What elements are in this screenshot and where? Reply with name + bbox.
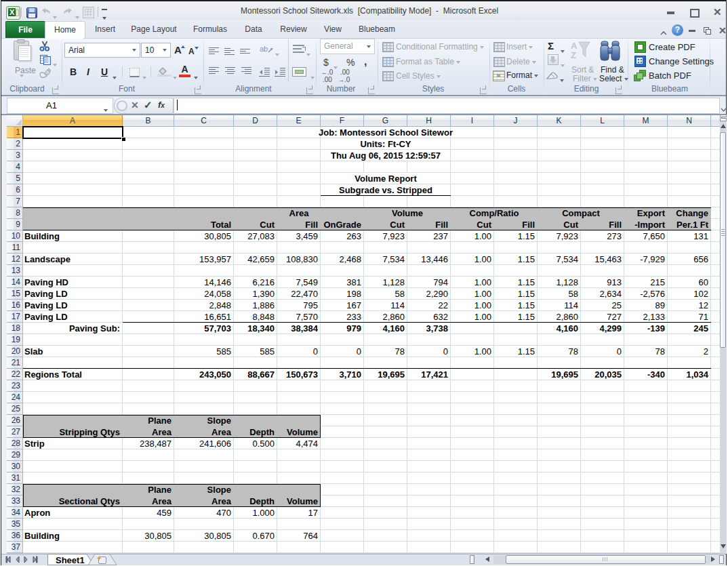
svg-text:Z: Z [571, 50, 576, 60]
svg-text:A: A [571, 41, 578, 51]
svg-text:ab: ab [260, 45, 268, 53]
